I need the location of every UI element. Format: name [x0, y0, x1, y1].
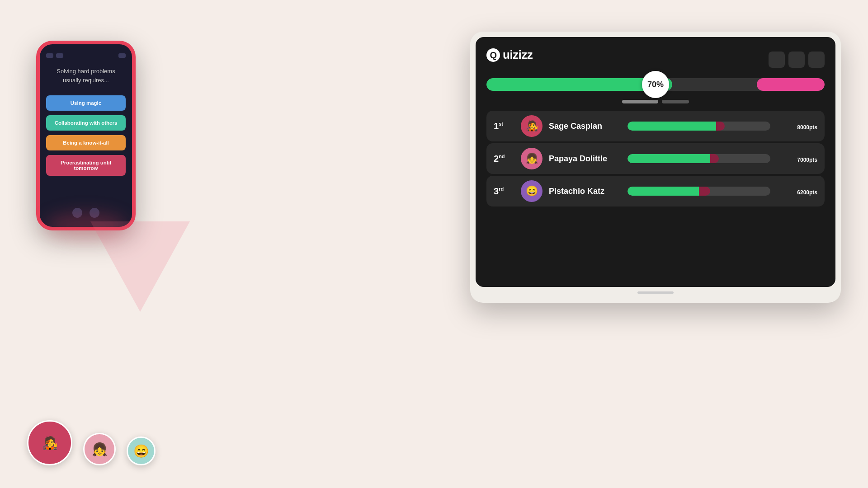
- avatars-row: 🧑‍🎤 👧 😄: [27, 420, 156, 465]
- header-icons: [769, 52, 825, 68]
- lb-bar-track-1: [627, 122, 770, 131]
- lb-name-1: Sage Caspian: [549, 122, 621, 131]
- tab-row: [486, 100, 825, 103]
- progress-badge: 70%: [642, 71, 669, 98]
- rank-2: 2nd: [494, 154, 514, 164]
- phone-option-3[interactable]: Being a know-it-all: [46, 135, 126, 150]
- phone-top-right-icon: [118, 53, 126, 58]
- lb-score-2: 7000pts: [777, 154, 817, 164]
- phone-option-2[interactable]: Collaborating with others: [46, 115, 126, 131]
- phone-top-bar: [46, 53, 126, 58]
- header-icon-3[interactable]: [808, 52, 825, 68]
- avatar-2: 👧: [83, 433, 116, 465]
- lb-bar-green-1: [627, 122, 716, 131]
- lb-bar-track-3: [627, 187, 770, 196]
- table-row: 1st 🧑‍🎤 Sage Caspian 8000pts: [486, 111, 825, 141]
- header-icon-1[interactable]: [769, 52, 785, 68]
- leaderboard: 1st 🧑‍🎤 Sage Caspian 8000pts 2nd 👧 Pap: [486, 111, 825, 276]
- tablet-screen: Q uizizz 70%: [476, 37, 835, 287]
- tablet-handle: [637, 291, 674, 294]
- tab-pill-2[interactable]: [662, 100, 689, 103]
- progress-bar-red: [757, 78, 825, 91]
- avatar-1: 🧑‍🎤: [27, 420, 72, 465]
- tablet-mockup: Q uizizz 70%: [470, 32, 841, 303]
- lb-bar-dark-2: [710, 154, 719, 163]
- lb-avatar-3: 😄: [521, 180, 542, 202]
- rank-3: 3rd: [494, 186, 514, 197]
- lb-bar-dark-1: [716, 122, 725, 131]
- header-icon-2[interactable]: [788, 52, 805, 68]
- lb-name-3: Pistachio Katz: [549, 187, 621, 196]
- table-row: 3rd 😄 Pistachio Katz 6200pts: [486, 176, 825, 206]
- rank-1: 1st: [494, 121, 514, 131]
- projection-beam: [90, 221, 190, 312]
- tablet-header: Q uizizz: [486, 48, 825, 71]
- phone-dot-1: [46, 53, 53, 58]
- phone-dot-2: [56, 53, 63, 58]
- phone-body: Solving hard problems usually requires..…: [36, 41, 136, 230]
- phone-option-4[interactable]: Procrastinating until tomorrow: [46, 155, 126, 176]
- phone-mockup: Solving hard problems usually requires..…: [36, 41, 136, 230]
- phone-top-left-icons: [46, 53, 63, 58]
- lb-bar-green-2: [627, 154, 710, 163]
- phone-option-1[interactable]: Using magic: [46, 95, 126, 111]
- phone-question-text: Solving hard problems usually requires..…: [46, 67, 126, 84]
- lb-avatar-2: 👧: [521, 148, 542, 169]
- lb-bar-track-2: [627, 154, 770, 163]
- lb-avatar-1: 🧑‍🎤: [521, 115, 542, 137]
- lb-score-3: 6200pts: [777, 186, 817, 197]
- table-row: 2nd 👧 Papaya Dolittle 7000pts: [486, 143, 825, 174]
- quizizz-logo: Q uizizz: [486, 48, 533, 62]
- logo-text: uizizz: [503, 48, 533, 62]
- lb-bar-green-3: [627, 187, 699, 196]
- logo-q-circle: Q: [486, 48, 500, 62]
- lb-name-2: Papaya Dolittle: [549, 154, 621, 164]
- avatar-3: 😄: [127, 436, 156, 465]
- lb-bar-dark-3: [699, 187, 710, 196]
- lb-score-1: 8000pts: [777, 121, 817, 131]
- tab-pill-1[interactable]: [622, 100, 658, 103]
- progress-row: 70%: [486, 78, 825, 91]
